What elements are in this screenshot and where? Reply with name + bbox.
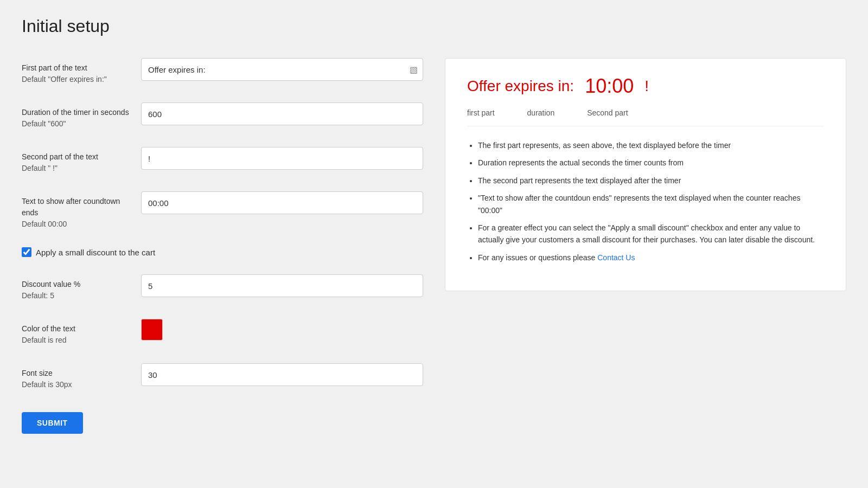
timer-display: Offer expires in: 10:00 !	[467, 75, 824, 98]
label-first-part: first part	[467, 108, 495, 117]
color-label: Color of the text Default is red	[22, 319, 130, 346]
timer-first-part: Offer expires in:	[467, 78, 574, 95]
preview-panel: Offer expires in: 10:00 ! first part dur…	[445, 58, 846, 291]
color-row: Color of the text Default is red	[22, 319, 423, 346]
first-part-row: First part of the text Default "Offer ex…	[22, 58, 423, 85]
discount-value-row: Discount value % Default: 5	[22, 274, 423, 301]
contact-us-link[interactable]: Contact Us	[597, 253, 635, 262]
discount-value-input[interactable]	[141, 274, 423, 297]
font-size-input[interactable]	[141, 363, 423, 386]
apply-discount-label[interactable]: Apply a small discount to the cart	[36, 248, 155, 257]
apply-discount-row: Apply a small discount to the cart	[22, 247, 423, 257]
submit-button[interactable]: SUBMIT	[22, 412, 83, 434]
info-item-4: "Text to show after the countdoun ends" …	[478, 192, 824, 216]
form-section: First part of the text Default "Offer ex…	[22, 58, 423, 434]
label-second-part: Second part	[587, 108, 628, 117]
discount-value-label: Discount value % Default: 5	[22, 274, 130, 301]
label-duration: duration	[527, 108, 555, 117]
info-item-5: For a greater effect you can select the …	[478, 222, 824, 246]
apply-discount-checkbox[interactable]	[22, 247, 31, 257]
font-size-label: Font size Default is 30px	[22, 363, 130, 390]
info-item-2: Duration represents the actual seconds t…	[478, 157, 824, 169]
duration-row: Duration of the timer in seconds Default…	[22, 102, 423, 130]
first-part-input[interactable]	[141, 58, 423, 81]
second-part-input[interactable]	[141, 147, 423, 170]
second-part-label: Second part of the text Default " !"	[22, 147, 130, 174]
countdown-end-label: Text to show after coundtown ends Defaul…	[22, 191, 130, 230]
info-item-1: The first part represents, as seen above…	[478, 139, 824, 151]
first-part-label: First part of the text Default "Offer ex…	[22, 58, 130, 85]
first-part-input-wrapper: ▧	[141, 58, 423, 81]
timer-labels: first part duration Second part	[467, 108, 824, 126]
info-list: The first part represents, as seen above…	[467, 139, 824, 264]
timer-duration: 10:00	[585, 75, 634, 98]
info-item-6: For any issues or questions please Conta…	[478, 252, 824, 264]
timer-second-part: !	[644, 78, 649, 95]
countdown-end-row: Text to show after coundtown ends Defaul…	[22, 191, 423, 230]
countdown-end-input[interactable]	[141, 191, 423, 214]
second-part-row: Second part of the text Default " !"	[22, 147, 423, 174]
duration-input[interactable]	[141, 102, 423, 125]
color-swatch[interactable]	[141, 319, 163, 341]
page-title: Initial setup	[22, 16, 846, 36]
duration-label: Duration of the timer in seconds Default…	[22, 102, 130, 130]
font-size-row: Font size Default is 30px	[22, 363, 423, 390]
info-item-3: The second part represents the text disp…	[478, 175, 824, 187]
